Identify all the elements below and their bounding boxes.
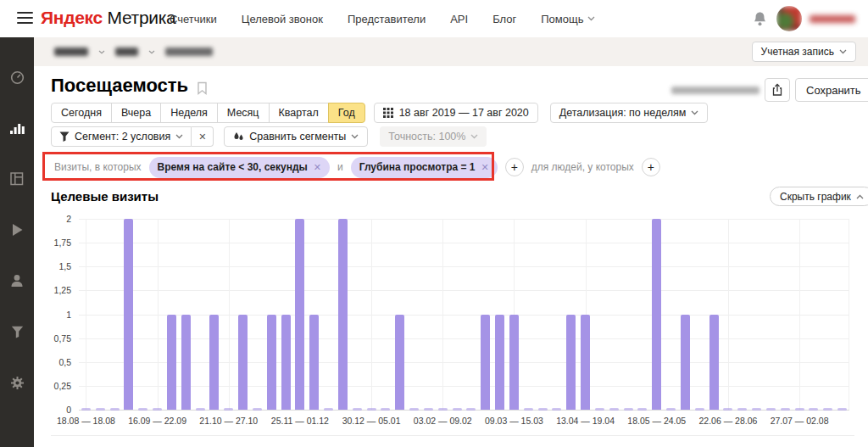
sidebar-item-layout[interactable]	[9, 173, 25, 188]
segment-clear-button[interactable]: ✕	[192, 126, 214, 147]
bell-icon[interactable]	[753, 11, 767, 27]
detalization-dropdown[interactable]: Детализация: по неделям	[550, 103, 709, 123]
gridline-v	[229, 219, 230, 410]
accuracy-dropdown[interactable]: Точность: 100%	[380, 126, 487, 147]
reports-icon	[10, 121, 25, 138]
zero-value-dash	[253, 408, 262, 411]
gridline-v	[799, 219, 800, 410]
zero-value-dash	[466, 408, 476, 411]
zero-value-dash	[666, 408, 676, 411]
export-button[interactable]	[765, 78, 790, 102]
logo[interactable]: Яндекс Метрика	[41, 8, 175, 28]
y-axis-label: 1,5	[0, 261, 71, 271]
zero-value-dash	[624, 408, 633, 411]
bar-week-28.10 — 03.11	[238, 315, 248, 411]
bar-week-11.11 — 17.11	[267, 315, 276, 411]
zero-value-dash	[552, 408, 561, 411]
y-axis-label: 0	[0, 405, 71, 415]
bar-week-01.06 — 07.06	[681, 315, 690, 411]
condition-chip-page-depth[interactable]: Глубина просмотра = 1 ✕	[351, 157, 498, 178]
zero-value-dash	[381, 408, 390, 411]
account-button[interactable]: Учетная запись	[752, 42, 856, 62]
remove-condition-icon[interactable]: ✕	[481, 162, 489, 173]
nav-item-4[interactable]: API	[450, 13, 468, 25]
chart-plot-area	[79, 219, 849, 410]
bar-week-24.02 — 01.03	[481, 315, 490, 411]
nav-item-3[interactable]: Представители	[348, 13, 426, 25]
conditions-conjunction: и	[337, 161, 343, 173]
breadcrumb-item-redacted[interactable]	[54, 47, 88, 56]
y-axis-label: 1,25	[0, 285, 71, 295]
date-range-label: 18 авг 2019 — 17 авг 2020	[399, 107, 529, 119]
breadcrumb	[54, 47, 213, 56]
condition-chip-label: Время на сайте < 30, секунды	[158, 161, 308, 173]
period-button-5[interactable]: Квартал	[269, 103, 329, 123]
zero-value-dash	[609, 408, 619, 411]
nav-item-5[interactable]: Блог	[492, 13, 516, 25]
sidebar-item-speedometer[interactable]	[9, 71, 25, 87]
period-button-2[interactable]: Вчера	[111, 103, 161, 123]
conditions-prefix: Визиты, в которых	[54, 161, 142, 173]
segment-button[interactable]: Сегмент: 2 условия	[51, 126, 192, 147]
zero-value-dash	[367, 408, 376, 411]
chart-section-title: Целевые визиты	[51, 189, 159, 204]
zero-value-dash	[723, 408, 732, 411]
x-axis-label: 18.08 — 18.08	[57, 416, 115, 426]
zero-value-dash	[766, 408, 776, 411]
y-axis-label: 0,75	[0, 333, 71, 344]
hamburger-menu-icon[interactable]	[17, 12, 33, 25]
nav-item-1[interactable]: Счетчики	[170, 13, 217, 25]
breadcrumb-item-redacted[interactable]	[115, 47, 138, 56]
bar-week-15.06 — 21.06	[709, 315, 719, 411]
nav-items: СчетчикиЦелевой звонокПредставителиAPIБл…	[170, 13, 516, 25]
help-label: Помощь	[541, 13, 583, 25]
bar-week-09.03 — 15.03	[509, 315, 519, 411]
period-button-group: СегодняВчераНеделяМесяцКварталГод	[51, 103, 365, 123]
add-user-condition-button[interactable]: +	[642, 158, 660, 176]
x-axis-label: 30.12 — 05.01	[342, 416, 401, 426]
save-button[interactable]: Сохранить	[795, 78, 868, 102]
chevron-down-icon	[587, 16, 595, 21]
period-button-6[interactable]: Год	[328, 103, 365, 123]
avatar[interactable]	[776, 6, 802, 31]
segment-toolbar: Сегмент: 2 условия ✕ Сравнить сегменты Т…	[51, 126, 487, 147]
chevron-down-icon	[175, 134, 183, 139]
hide-chart-button[interactable]: Скрыть график	[770, 187, 868, 206]
chevron-up-icon	[856, 194, 864, 199]
period-button-3[interactable]: Неделя	[160, 103, 218, 123]
zero-value-dash	[110, 408, 120, 411]
visits-bar-chart: 21,751,51,2510,750,50,25018.08 — 18.0816…	[0, 214, 868, 444]
bar-week-18.11 — 24.11	[281, 315, 291, 411]
save-button-group: Сохранить	[795, 78, 868, 102]
zero-value-dash	[595, 408, 604, 411]
zero-value-dash	[781, 408, 790, 411]
breadcrumb-item-redacted[interactable]	[165, 47, 213, 56]
gridline-v	[371, 219, 372, 410]
x-axis-label: 03.02 — 09.02	[414, 416, 472, 426]
logo-brand: Яндекс	[41, 8, 103, 27]
nav-item-help[interactable]: Помощь	[541, 13, 595, 25]
period-button-4[interactable]: Месяц	[217, 103, 270, 123]
condition-chip-time-on-site[interactable]: Время на сайте < 30, секунды ✕	[149, 157, 330, 178]
nav-item-2[interactable]: Целевой звонок	[242, 13, 323, 25]
bar-week-18.05 — 24.05	[652, 219, 661, 410]
x-axis-label: 18.05 — 24.05	[627, 416, 686, 426]
zero-value-dash	[538, 408, 548, 411]
period-button-1[interactable]: Сегодня	[51, 103, 112, 123]
remove-condition-icon[interactable]: ✕	[314, 162, 321, 173]
y-axis-label: 1,75	[0, 237, 71, 248]
compare-segments-label: Сравнить сегменты	[249, 131, 346, 142]
compare-segments-button[interactable]: Сравнить сегменты	[224, 126, 368, 147]
gridline-v	[849, 219, 849, 410]
zero-value-dash	[409, 408, 419, 411]
top-header: Яндекс Метрика СчетчикиЦелевой звонокПре…	[0, 0, 868, 37]
bar-week-06.04 — 12.04	[566, 315, 576, 411]
zero-value-dash	[138, 408, 147, 411]
report-meta-redacted	[671, 87, 760, 94]
add-visit-condition-button[interactable]: +	[505, 158, 524, 176]
sidebar-item-reports[interactable]	[9, 122, 25, 137]
zero-value-dash	[524, 408, 533, 411]
zero-value-dash	[837, 408, 847, 411]
date-range-button[interactable]: 18 авг 2019 — 17 авг 2020	[374, 103, 538, 123]
bookmark-icon[interactable]	[197, 81, 208, 98]
